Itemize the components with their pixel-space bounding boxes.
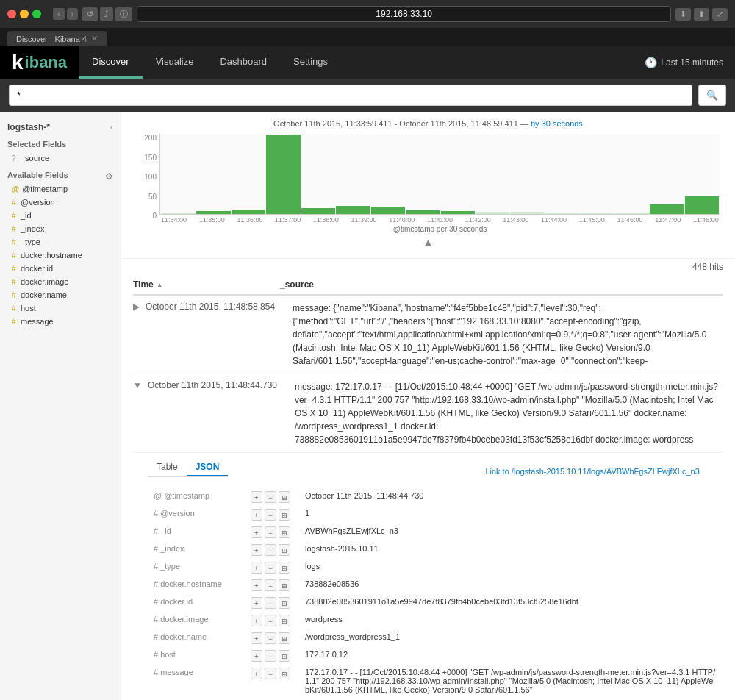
filter-plus-btn[interactable]: + [251, 544, 262, 556]
sidebar: logstash-* ‹ Selected Fields ? _source A… [0, 112, 121, 700]
exists-btn[interactable]: ⊞ [279, 668, 290, 679]
x-label: 11:40:00 [389, 216, 415, 224]
filter-plus-btn[interactable]: + [251, 615, 262, 626]
field-type-icon: # [12, 278, 18, 286]
exists-btn[interactable]: ⊞ [279, 597, 290, 609]
filter-plus-btn[interactable]: + [251, 597, 262, 609]
filter-minus-btn[interactable]: − [265, 579, 276, 591]
sidebar-field-_id[interactable]: #_id [7, 209, 113, 222]
result-row-header[interactable]: ▶ October 11th 2015, 11:48:58.854 messag… [133, 296, 723, 374]
filter-minus-btn[interactable]: − [265, 562, 276, 574]
filter-minus-btn[interactable]: − [265, 526, 276, 538]
fields-settings-icon[interactable]: ⚙ [105, 171, 113, 182]
exp-link[interactable]: Link to /logstash-2015.10.11/logs/AVBWhF… [485, 467, 699, 476]
exists-btn[interactable]: ⊞ [279, 509, 290, 521]
browser-tab[interactable]: Discover - Kibana 4 ✕ [7, 31, 107, 46]
filter-plus-btn[interactable]: + [251, 668, 262, 679]
exp-field-ops: + − ⊞ [246, 665, 299, 696]
filter-minus-btn[interactable]: − [265, 544, 276, 556]
search-button[interactable]: 🔍 [698, 85, 726, 106]
fullscreen-button[interactable]: ⤢ [712, 8, 728, 21]
exists-btn[interactable]: ⊞ [279, 544, 290, 556]
browser-chrome: ‹ › ↺ ⤴ ⓘ 192.168.33.10 ⬇ ⬆ ⤢ [0, 0, 735, 28]
filter-minus-btn[interactable]: − [265, 509, 276, 521]
exists-btn[interactable]: ⊞ [279, 526, 290, 538]
field-name: message [21, 317, 54, 326]
x-label: 11:34:00 [161, 216, 187, 224]
sidebar-field-@version[interactable]: #@version [7, 196, 113, 209]
close-button[interactable] [7, 10, 16, 18]
tab-table[interactable]: Table [148, 459, 187, 476]
sidebar-field-docker.id[interactable]: #docker.id [7, 262, 113, 275]
filter-minus-btn[interactable]: − [265, 668, 276, 679]
field-type-icon: # [12, 318, 18, 326]
chart-collapse-button[interactable]: ▲ [136, 233, 720, 251]
sidebar-field-_index[interactable]: #_index [7, 222, 113, 235]
exists-btn[interactable]: ⊞ [279, 562, 290, 574]
maximize-button[interactable] [32, 10, 41, 18]
exists-btn[interactable]: ⊞ [279, 650, 290, 662]
filter-plus-btn[interactable]: + [251, 491, 262, 503]
reader-button[interactable]: ⓘ [115, 7, 132, 21]
filter-plus-btn[interactable]: + [251, 526, 262, 538]
exp-field-ops: + − ⊞ [246, 630, 299, 646]
download-button[interactable]: ⬇ [675, 8, 691, 21]
exp-field-value: 1 [301, 507, 722, 523]
result-row-2-header[interactable]: ▼ October 11th 2015, 11:48:44.730 messag… [133, 374, 723, 452]
filter-minus-btn[interactable]: − [265, 597, 276, 609]
sidebar-field-@timestamp[interactable]: @@timestamp [7, 182, 113, 196]
traffic-lights [7, 10, 41, 18]
exists-btn[interactable]: ⊞ [279, 491, 290, 503]
sidebar-field-host[interactable]: #host [7, 301, 113, 315]
filter-plus-btn[interactable]: + [251, 509, 262, 521]
address-bar[interactable]: 192.168.33.10 [137, 6, 671, 22]
search-input[interactable] [9, 85, 692, 106]
sidebar-field-docker.hostname[interactable]: #docker.hostname [7, 249, 113, 262]
sidebar-field-_type[interactable]: #_type [7, 235, 113, 249]
filter-minus-btn[interactable]: − [265, 650, 276, 662]
sidebar-field-message[interactable]: #message [7, 315, 113, 328]
tab-close-icon[interactable]: ✕ [91, 34, 98, 43]
filter-plus-btn[interactable]: + [251, 579, 262, 591]
nav-dashboard[interactable]: Dashboard [207, 46, 280, 79]
x-label: 11:42:00 [465, 216, 491, 224]
time-range[interactable]: 🕐 Last 15 minutes [633, 57, 735, 68]
filter-minus-btn[interactable]: − [265, 615, 276, 626]
sidebar-field-docker.image[interactable]: #docker.image [7, 275, 113, 288]
sidebar-toggle-icon[interactable]: ‹ [110, 122, 113, 132]
share-ext-button[interactable]: ⬆ [694, 8, 709, 21]
sidebar-field-docker.name[interactable]: #docker.name [7, 288, 113, 301]
exists-btn[interactable]: ⊞ [279, 579, 290, 591]
field-type-icon: @ [12, 185, 19, 193]
source-field[interactable]: ? _source [7, 151, 113, 165]
nav-settings[interactable]: Settings [280, 46, 341, 79]
minimize-button[interactable] [20, 10, 29, 18]
filter-plus-btn[interactable]: + [251, 650, 262, 662]
back-button[interactable]: ‹ [53, 8, 65, 20]
filter-plus-btn[interactable]: + [251, 562, 262, 574]
nav-visualize[interactable]: Visualize [143, 46, 207, 79]
expand-icon-2[interactable]: ▼ [133, 380, 142, 390]
expand-icon[interactable]: ▶ [133, 301, 140, 312]
chart-x-label: @timestamp per 30 seconds [159, 225, 720, 233]
forward-button[interactable]: › [67, 8, 79, 20]
filter-minus-btn[interactable]: − [265, 632, 276, 644]
time-range-label: Last 15 minutes [661, 57, 723, 68]
share-button[interactable]: ⤴ [100, 7, 113, 21]
nav-discover[interactable]: Discover [79, 46, 143, 79]
exists-btn[interactable]: ⊞ [279, 615, 290, 626]
exp-field-name: #docker.image [149, 612, 245, 629]
exp-field-name: #message [149, 665, 245, 696]
reload-button[interactable]: ↺ [82, 7, 98, 21]
chart-by-link[interactable]: by 30 seconds [531, 119, 583, 128]
tab-json[interactable]: JSON [187, 459, 229, 476]
results-area: Time ▲ _source ▶ October 11th 2015, 11:4… [121, 275, 735, 700]
row-source: message: {"name":"Kibana","hostname":"f4… [293, 301, 723, 368]
exists-btn[interactable]: ⊞ [279, 632, 290, 644]
col-time-header[interactable]: Time ▲ [133, 279, 280, 290]
col-source-header: _source [280, 279, 723, 290]
field-name: _index [21, 224, 44, 233]
filter-minus-btn[interactable]: − [265, 491, 276, 503]
sidebar-index[interactable]: logstash-* [7, 122, 50, 132]
filter-plus-btn[interactable]: + [251, 632, 262, 644]
